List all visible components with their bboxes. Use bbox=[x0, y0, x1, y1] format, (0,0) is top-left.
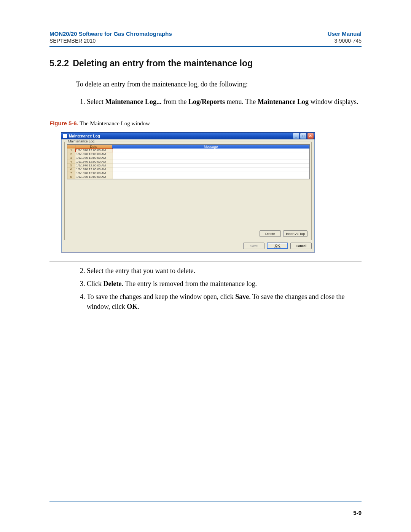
step-1: Select Maintenance Log... from the Log/R… bbox=[87, 97, 362, 107]
cancel-button[interactable]: Cancel bbox=[290, 243, 312, 249]
table-row[interactable]: 3 1/1/1970 12:00:00 AM bbox=[67, 156, 309, 160]
table-row[interactable]: 7 1/1/1970 12:00:00 AM bbox=[67, 171, 309, 175]
table-row[interactable]: 5 1/1/1970 12:00:00 AM bbox=[67, 164, 309, 168]
header-date: SEPTEMBER 2010 bbox=[49, 38, 96, 44]
log-grid[interactable]: Date Message 1 1/1/1970 12:00:00 AM 2 1/… bbox=[67, 144, 310, 179]
insert-at-top-button[interactable]: Insert At Top bbox=[283, 230, 307, 237]
intro-paragraph: To delete an entry from the maintenance … bbox=[76, 79, 362, 89]
table-row[interactable]: 6 1/1/1970 12:00:00 AM bbox=[67, 168, 309, 171]
delete-button[interactable]: Delete bbox=[260, 230, 281, 237]
maintenance-log-groupbox: Maintenance Log Date Message 1 1/1/1970 … bbox=[64, 142, 312, 240]
grid-body: 1 1/1/1970 12:00:00 AM 2 1/1/1970 12:00:… bbox=[67, 149, 309, 179]
table-row[interactable]: 8 1/1/1970 12:00:00 AM bbox=[67, 175, 309, 179]
header-rule bbox=[49, 46, 362, 47]
figure-caption: Figure 5-6. The Maintenance Log window bbox=[49, 120, 362, 127]
table-row[interactable]: 1 1/1/1970 12:00:00 AM bbox=[67, 149, 309, 152]
titlebar[interactable]: Maintenance Log _ □ ✕ bbox=[61, 133, 315, 139]
maintenance-log-window: Maintenance Log _ □ ✕ Maintenance Log Da… bbox=[61, 132, 315, 252]
steps-list-2: Select the entry that you want to delete… bbox=[76, 266, 362, 312]
ok-button[interactable]: OK bbox=[267, 243, 288, 249]
footer-rule bbox=[49, 502, 362, 502]
maximize-button[interactable]: □ bbox=[300, 133, 307, 139]
step-3: Click Delete. The entry is removed from … bbox=[87, 279, 362, 289]
step-4: To save the changes and keep the window … bbox=[87, 292, 362, 312]
window-title: Maintenance Log bbox=[69, 134, 293, 138]
col-header-rownum[interactable] bbox=[67, 145, 75, 149]
table-row[interactable]: 2 1/1/1970 12:00:00 AM bbox=[67, 152, 309, 156]
col-header-date[interactable]: Date bbox=[75, 145, 112, 149]
window-icon bbox=[63, 134, 67, 138]
groupbox-label: Maintenance Log bbox=[67, 139, 96, 143]
close-button[interactable]: ✕ bbox=[307, 133, 314, 139]
page-number: 5-9 bbox=[353, 510, 362, 516]
minimize-button[interactable]: _ bbox=[293, 133, 299, 139]
section-heading: 5.2.2Deleting an entry from the maintena… bbox=[49, 58, 362, 69]
col-header-message[interactable]: Message bbox=[112, 145, 309, 149]
grid-header: Date Message bbox=[67, 145, 309, 149]
grid-empty-area bbox=[67, 179, 309, 229]
header-manual: User Manual bbox=[328, 30, 362, 37]
dialog-button-row: Save OK Cancel bbox=[64, 243, 312, 249]
step-2: Select the entry that you want to delete… bbox=[87, 266, 362, 276]
header-product: MON20/20 Software for Gas Chromatographs bbox=[49, 30, 172, 37]
section-title-text: Deleting an entry from the maintenance l… bbox=[73, 58, 253, 68]
figure-label: Figure 5-6. bbox=[49, 120, 78, 126]
header-docnum: 3-9000-745 bbox=[334, 38, 362, 44]
groupbox-button-row: Delete Insert At Top bbox=[67, 230, 309, 237]
save-button[interactable]: Save bbox=[243, 243, 264, 249]
figure-rule-bottom bbox=[49, 262, 362, 262]
figure-rule-top bbox=[49, 116, 362, 116]
section-number: 5.2.2 bbox=[49, 58, 69, 68]
steps-list-1: Select Maintenance Log... from the Log/R… bbox=[76, 97, 362, 107]
figure-caption-text: The Maintenance Log window bbox=[78, 120, 150, 126]
table-row[interactable]: 4 1/1/1970 12:00:00 AM bbox=[67, 160, 309, 164]
